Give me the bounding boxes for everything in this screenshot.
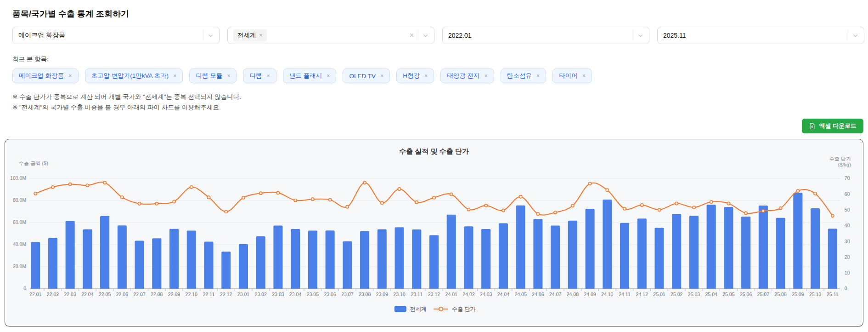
line-point[interactable]	[571, 205, 574, 207]
bar[interactable]	[360, 231, 369, 289]
bar[interactable]	[464, 227, 473, 289]
bar[interactable]	[707, 205, 716, 289]
line-point[interactable]	[814, 192, 817, 195]
line-point[interactable]	[207, 196, 210, 199]
recent-tag[interactable]: 초고압 변압기(1만kVA 초과)×	[85, 69, 183, 83]
recent-tag[interactable]: H형강×	[396, 69, 434, 83]
line-point[interactable]	[242, 196, 245, 199]
line-point[interactable]	[536, 212, 539, 215]
bar[interactable]	[776, 218, 785, 289]
clear-icon[interactable]: ×	[410, 32, 414, 39]
bar[interactable]	[395, 228, 404, 289]
line-point[interactable]	[86, 184, 89, 187]
bar[interactable]	[326, 231, 335, 289]
bar[interactable]	[672, 214, 681, 289]
bar[interactable]	[48, 238, 57, 289]
end-month-select[interactable]: 2025.11	[657, 27, 864, 44]
bar[interactable]	[759, 206, 768, 289]
recent-tag[interactable]: 탄소섬유×	[501, 69, 546, 83]
line-point[interactable]	[710, 200, 713, 203]
bar[interactable]	[828, 229, 837, 289]
bar[interactable]	[100, 216, 109, 289]
recent-tag[interactable]: 낸드 플래시×	[283, 69, 337, 83]
line-point[interactable]	[693, 206, 695, 209]
remove-tag-icon[interactable]: ×	[485, 73, 488, 79]
bar[interactable]	[533, 219, 542, 289]
bar[interactable]	[412, 229, 421, 289]
line-point[interactable]	[796, 189, 799, 192]
line-point[interactable]	[831, 215, 834, 218]
bar[interactable]	[568, 221, 577, 289]
line-point[interactable]	[450, 193, 453, 196]
bar[interactable]	[291, 229, 300, 289]
country-select[interactable]: 전세계 × ×	[227, 27, 434, 44]
bar[interactable]	[447, 215, 456, 289]
remove-tag-icon[interactable]: ×	[380, 73, 383, 79]
remove-tag-icon[interactable]: ×	[582, 73, 586, 79]
bar[interactable]	[551, 226, 560, 289]
line-point[interactable]	[588, 183, 591, 185]
remove-tag-icon[interactable]: ×	[173, 73, 176, 79]
bar[interactable]	[811, 208, 820, 289]
excel-download-button[interactable]: 엑셀 다운로드	[802, 119, 863, 133]
bar[interactable]	[741, 217, 750, 289]
line-point[interactable]	[155, 202, 158, 205]
recent-tag[interactable]: OLED TV×	[343, 69, 390, 83]
bar[interactable]	[429, 235, 439, 289]
line-point[interactable]	[398, 188, 400, 190]
recent-tag[interactable]: 메이크업 화장품×	[12, 69, 79, 83]
bar[interactable]	[637, 219, 647, 289]
bar[interactable]	[308, 231, 317, 289]
line-point[interactable]	[381, 201, 383, 204]
remove-tag-icon[interactable]: ×	[327, 73, 330, 79]
line-point[interactable]	[173, 200, 175, 203]
line-point[interactable]	[311, 198, 314, 201]
remove-tag-icon[interactable]: ×	[424, 73, 428, 79]
bar[interactable]	[31, 242, 40, 289]
line-point[interactable]	[329, 199, 332, 201]
line-point[interactable]	[502, 209, 505, 212]
bar[interactable]	[343, 241, 352, 289]
line-point[interactable]	[762, 210, 765, 212]
remove-tag-icon[interactable]: ×	[68, 73, 72, 79]
line-point[interactable]	[658, 208, 660, 211]
bar[interactable]	[239, 244, 248, 289]
bar[interactable]	[135, 241, 144, 289]
recent-tag[interactable]: 타이어×	[552, 69, 592, 83]
bar[interactable]	[221, 252, 231, 289]
line-point[interactable]	[259, 192, 262, 195]
remove-tag-icon[interactable]: ×	[259, 33, 263, 38]
bar[interactable]	[204, 242, 213, 289]
line-point[interactable]	[69, 183, 72, 186]
bar[interactable]	[620, 223, 629, 289]
recent-tag[interactable]: 디램 모듈×	[189, 69, 237, 83]
bar[interactable]	[169, 229, 179, 289]
line-point[interactable]	[121, 196, 124, 199]
line-point[interactable]	[606, 189, 609, 192]
line-point[interactable]	[641, 204, 643, 206]
remove-tag-icon[interactable]: ×	[227, 73, 230, 79]
line-point[interactable]	[554, 211, 557, 214]
bar[interactable]	[793, 193, 802, 289]
line-point[interactable]	[519, 195, 522, 198]
bar[interactable]	[481, 229, 490, 289]
bar[interactable]	[256, 236, 265, 289]
line-point[interactable]	[138, 202, 141, 205]
bar[interactable]	[654, 228, 664, 289]
line-point[interactable]	[225, 211, 227, 213]
line-point[interactable]	[744, 212, 747, 215]
line-point[interactable]	[727, 202, 730, 205]
bar[interactable]	[152, 239, 161, 289]
line-point[interactable]	[623, 207, 626, 210]
bar[interactable]	[378, 229, 387, 289]
item-select[interactable]: 메이크업 화장품	[12, 27, 220, 44]
bar[interactable]	[689, 216, 699, 289]
line-point[interactable]	[103, 182, 106, 184]
line-point[interactable]	[276, 191, 279, 194]
line-point[interactable]	[294, 199, 297, 202]
line-point[interactable]	[190, 186, 193, 189]
recent-tag[interactable]: 태양광 전지×	[440, 69, 494, 83]
bar[interactable]	[516, 206, 525, 289]
bar[interactable]	[83, 229, 92, 289]
bar[interactable]	[66, 221, 75, 289]
